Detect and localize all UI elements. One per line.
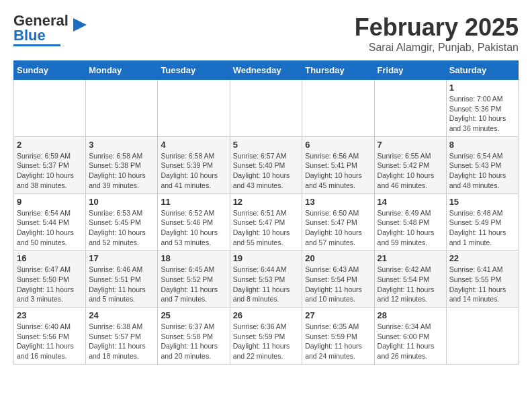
calendar-week-row: 9Sunrise: 6:54 AM Sunset: 5:44 PM Daylig… — [14, 193, 519, 250]
calendar-cell: 21Sunrise: 6:42 AM Sunset: 5:54 PM Dayli… — [374, 250, 446, 308]
calendar-cell: 9Sunrise: 6:54 AM Sunset: 5:44 PM Daylig… — [14, 193, 86, 250]
calendar-cell: 1Sunrise: 7:00 AM Sunset: 5:36 PM Daylig… — [446, 80, 518, 137]
day-number: 8 — [449, 140, 515, 150]
day-number: 15 — [449, 197, 515, 207]
day-info: Sunrise: 6:51 AM Sunset: 5:47 PM Dayligh… — [233, 208, 300, 248]
logo-text: GeneralBlue — [13, 13, 69, 43]
day-info: Sunrise: 6:52 AM Sunset: 5:46 PM Dayligh… — [161, 208, 226, 248]
month-title: February 2025 — [355, 13, 519, 42]
calendar-cell: 6Sunrise: 6:56 AM Sunset: 5:41 PM Daylig… — [302, 136, 374, 193]
calendar-cell — [14, 80, 86, 137]
calendar-cell: 22Sunrise: 6:41 AM Sunset: 5:55 PM Dayli… — [446, 250, 518, 308]
title-block: February 2025 Sarai Alamgir, Punjab, Pak… — [355, 13, 519, 54]
day-number: 2 — [17, 140, 83, 150]
location: Sarai Alamgir, Punjab, Pakistan — [355, 42, 519, 54]
day-info: Sunrise: 6:43 AM Sunset: 5:54 PM Dayligh… — [305, 265, 371, 304]
calendar-cell: 20Sunrise: 6:43 AM Sunset: 5:54 PM Dayli… — [302, 250, 374, 308]
calendar-cell — [446, 308, 518, 365]
svg-marker-0 — [73, 18, 87, 32]
day-info: Sunrise: 6:54 AM Sunset: 5:44 PM Dayligh… — [17, 208, 83, 248]
calendar-day-header: Sunday — [14, 61, 86, 80]
day-number: 11 — [161, 197, 226, 207]
day-info: Sunrise: 6:48 AM Sunset: 5:49 PM Dayligh… — [449, 208, 515, 248]
day-info: Sunrise: 6:44 AM Sunset: 5:53 PM Dayligh… — [233, 265, 300, 304]
day-info: Sunrise: 6:42 AM Sunset: 5:54 PM Dayligh… — [378, 265, 443, 304]
day-number: 25 — [161, 310, 226, 320]
calendar-day-header: Saturday — [446, 61, 518, 80]
day-info: Sunrise: 6:40 AM Sunset: 5:56 PM Dayligh… — [17, 322, 83, 361]
calendar-cell — [230, 80, 302, 137]
day-info: Sunrise: 6:38 AM Sunset: 5:57 PM Dayligh… — [89, 322, 154, 361]
calendar-week-row: 2Sunrise: 6:59 AM Sunset: 5:37 PM Daylig… — [14, 136, 519, 193]
day-number: 9 — [17, 197, 83, 207]
day-info: Sunrise: 6:34 AM Sunset: 6:00 PM Dayligh… — [378, 322, 443, 361]
day-number: 5 — [233, 140, 300, 150]
calendar-table: SundayMondayTuesdayWednesdayThursdayFrid… — [13, 60, 519, 365]
day-number: 3 — [89, 140, 154, 150]
calendar-week-row: 1Sunrise: 7:00 AM Sunset: 5:36 PM Daylig… — [14, 80, 519, 137]
day-info: Sunrise: 6:58 AM Sunset: 5:38 PM Dayligh… — [89, 151, 154, 191]
day-number: 28 — [378, 310, 443, 320]
day-number: 7 — [378, 140, 443, 150]
day-info: Sunrise: 6:47 AM Sunset: 5:50 PM Dayligh… — [17, 265, 83, 304]
day-info: Sunrise: 6:37 AM Sunset: 5:58 PM Dayligh… — [161, 322, 226, 361]
day-number: 20 — [305, 253, 371, 263]
calendar-cell: 18Sunrise: 6:45 AM Sunset: 5:52 PM Dayli… — [158, 250, 230, 308]
day-info: Sunrise: 6:41 AM Sunset: 5:55 PM Dayligh… — [449, 265, 515, 304]
day-info: Sunrise: 6:56 AM Sunset: 5:41 PM Dayligh… — [305, 151, 371, 191]
day-number: 14 — [378, 197, 443, 207]
day-info: Sunrise: 6:50 AM Sunset: 5:47 PM Dayligh… — [305, 208, 371, 248]
calendar-cell: 2Sunrise: 6:59 AM Sunset: 5:37 PM Daylig… — [14, 136, 86, 193]
calendar-day-header: Monday — [86, 61, 158, 80]
calendar-day-header: Friday — [374, 61, 446, 80]
day-info: Sunrise: 6:36 AM Sunset: 5:59 PM Dayligh… — [233, 322, 300, 361]
day-info: Sunrise: 6:35 AM Sunset: 5:59 PM Dayligh… — [305, 322, 371, 361]
logo-icon — [70, 15, 90, 35]
calendar-week-row: 23Sunrise: 6:40 AM Sunset: 5:56 PM Dayli… — [14, 308, 519, 365]
calendar-cell: 7Sunrise: 6:55 AM Sunset: 5:42 PM Daylig… — [374, 136, 446, 193]
day-number: 27 — [305, 310, 371, 320]
day-info: Sunrise: 6:54 AM Sunset: 5:43 PM Dayligh… — [449, 151, 515, 191]
day-number: 13 — [305, 197, 371, 207]
day-info: Sunrise: 6:53 AM Sunset: 5:45 PM Dayligh… — [89, 208, 154, 248]
day-number: 22 — [449, 253, 515, 263]
calendar-cell: 28Sunrise: 6:34 AM Sunset: 6:00 PM Dayli… — [374, 308, 446, 365]
day-info: Sunrise: 6:49 AM Sunset: 5:48 PM Dayligh… — [378, 208, 443, 248]
calendar-cell: 19Sunrise: 6:44 AM Sunset: 5:53 PM Dayli… — [230, 250, 302, 308]
day-number: 4 — [161, 140, 226, 150]
calendar-cell: 3Sunrise: 6:58 AM Sunset: 5:38 PM Daylig… — [86, 136, 158, 193]
day-number: 10 — [89, 197, 154, 207]
calendar-cell: 10Sunrise: 6:53 AM Sunset: 5:45 PM Dayli… — [86, 193, 158, 250]
calendar-cell: 27Sunrise: 6:35 AM Sunset: 5:59 PM Dayli… — [302, 308, 374, 365]
day-number: 6 — [305, 140, 371, 150]
calendar-cell: 5Sunrise: 6:57 AM Sunset: 5:40 PM Daylig… — [230, 136, 302, 193]
calendar-cell: 13Sunrise: 6:50 AM Sunset: 5:47 PM Dayli… — [302, 193, 374, 250]
day-number: 17 — [89, 253, 154, 263]
calendar-cell: 8Sunrise: 6:54 AM Sunset: 5:43 PM Daylig… — [446, 136, 518, 193]
calendar-cell: 15Sunrise: 6:48 AM Sunset: 5:49 PM Dayli… — [446, 193, 518, 250]
calendar-cell: 26Sunrise: 6:36 AM Sunset: 5:59 PM Dayli… — [230, 308, 302, 365]
day-number: 19 — [233, 253, 300, 263]
calendar-cell: 24Sunrise: 6:38 AM Sunset: 5:57 PM Dayli… — [86, 308, 158, 365]
page-header: GeneralBlue February 2025 Sarai Alamgir,… — [13, 13, 519, 54]
calendar-day-header: Tuesday — [158, 61, 230, 80]
day-number: 1 — [449, 83, 515, 93]
day-info: Sunrise: 6:57 AM Sunset: 5:40 PM Dayligh… — [233, 151, 300, 191]
calendar-cell — [158, 80, 230, 137]
day-info: Sunrise: 6:59 AM Sunset: 5:37 PM Dayligh… — [17, 151, 83, 191]
calendar-week-row: 16Sunrise: 6:47 AM Sunset: 5:50 PM Dayli… — [14, 250, 519, 308]
calendar-cell: 25Sunrise: 6:37 AM Sunset: 5:58 PM Dayli… — [158, 308, 230, 365]
calendar-cell: 14Sunrise: 6:49 AM Sunset: 5:48 PM Dayli… — [374, 193, 446, 250]
calendar-cell: 4Sunrise: 6:58 AM Sunset: 5:39 PM Daylig… — [158, 136, 230, 193]
day-number: 26 — [233, 310, 300, 320]
day-number: 24 — [89, 310, 154, 320]
calendar-cell — [86, 80, 158, 137]
day-info: Sunrise: 7:00 AM Sunset: 5:36 PM Dayligh… — [449, 94, 515, 134]
day-info: Sunrise: 6:46 AM Sunset: 5:51 PM Dayligh… — [89, 265, 154, 304]
day-number: 12 — [233, 197, 300, 207]
calendar-day-header: Thursday — [302, 61, 374, 80]
day-info: Sunrise: 6:55 AM Sunset: 5:42 PM Dayligh… — [378, 151, 443, 191]
day-number: 16 — [17, 253, 83, 263]
calendar-cell — [374, 80, 446, 137]
calendar-day-header: Wednesday — [230, 61, 302, 80]
